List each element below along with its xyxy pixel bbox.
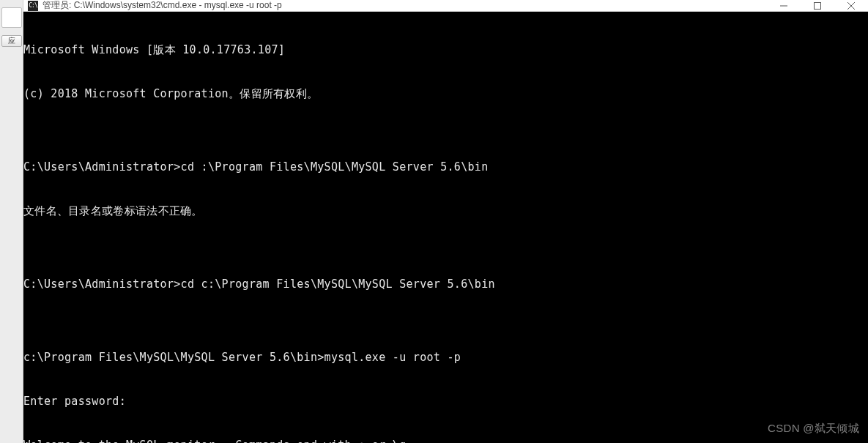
close-icon (847, 2, 855, 10)
background-ui-strip: 应 (0, 0, 23, 443)
terminal-line: Welcome to the MySQL monitor. Commands e… (23, 438, 868, 443)
terminal-line: c:\Program Files\MySQL\MySQL Server 5.6\… (23, 350, 868, 365)
window-controls (767, 0, 868, 11)
terminal-output[interactable]: Microsoft Windows [版本 10.0.17763.107] (c… (23, 12, 868, 443)
terminal-line: (c) 2018 Microsoft Corporation。保留所有权利。 (23, 86, 868, 101)
cmd-icon: C:\ (28, 1, 38, 11)
window-title: 管理员: C:\Windows\system32\cmd.exe - mysql… (42, 0, 282, 12)
terminal-line: C:\Users\Administrator>cd :\Program File… (23, 160, 868, 174)
maximize-icon (814, 2, 821, 10)
terminal-line: 文件名、目录名或卷标语法不正确。 (23, 204, 868, 218)
terminal-line: C:\Users\Administrator>cd c:\Program Fil… (23, 277, 868, 291)
svg-rect-1 (815, 2, 821, 9)
titlebar[interactable]: C:\ 管理员: C:\Windows\system32\cmd.exe - m… (23, 0, 868, 12)
watermark: CSDN @弑天倾城 (768, 421, 859, 436)
terminal-line: Microsoft Windows [版本 10.0.17763.107] (23, 42, 868, 57)
minimize-button[interactable] (767, 0, 801, 11)
close-button[interactable] (834, 0, 868, 11)
maximize-button[interactable] (801, 0, 834, 11)
minimize-icon (780, 2, 787, 10)
background-button-stub: 应 (1, 35, 22, 47)
cmd-window: C:\ 管理员: C:\Windows\system32\cmd.exe - m… (23, 0, 868, 443)
terminal-line: Enter password: (23, 394, 868, 409)
background-tab-stub (1, 7, 22, 28)
